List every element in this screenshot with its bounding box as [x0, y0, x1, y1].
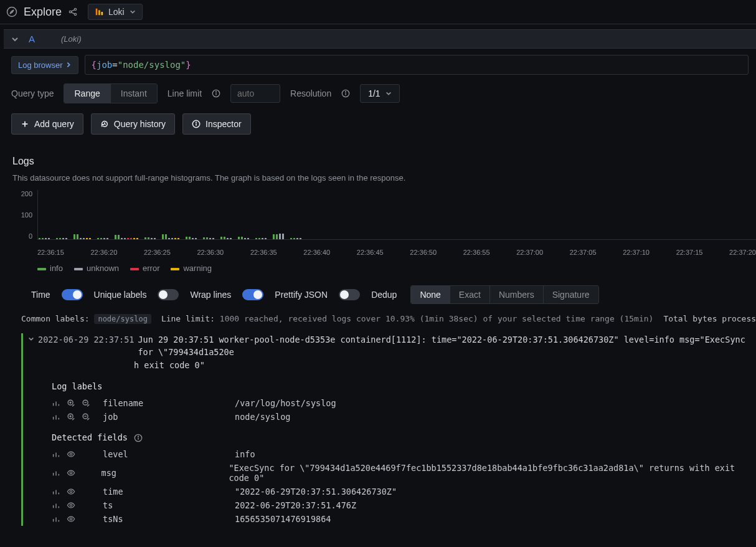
query-type-instant[interactable]: Instant: [110, 84, 157, 103]
wrap-lines-label: Wrap lines: [190, 290, 231, 300]
stats-icon[interactable]: [52, 487, 60, 496]
histogram-bar: [124, 238, 126, 239]
stats-icon[interactable]: [52, 450, 60, 459]
query-type-segment: Range Instant: [64, 83, 157, 103]
field-value: 2022-06-29T20:37:51.476Z: [235, 500, 356, 510]
time-toggle[interactable]: [62, 289, 83, 300]
log-message-continuation: h exit code 0": [28, 359, 756, 371]
histogram-bar: [238, 237, 240, 239]
stats-icon[interactable]: [52, 399, 60, 407]
svg-rect-7: [96, 9, 98, 16]
legend-item[interactable]: info: [37, 264, 63, 273]
eye-icon[interactable]: [67, 501, 75, 510]
chevron-right-icon: [65, 62, 72, 68]
svg-line-5: [71, 10, 74, 12]
field-row: levelinfo: [52, 447, 756, 461]
unique-labels-toggle[interactable]: [158, 289, 179, 300]
topbar: Explore Loki: [0, 0, 756, 24]
filter-for-icon[interactable]: [67, 399, 75, 407]
eye-icon[interactable]: [67, 450, 75, 459]
plus-icon: [21, 120, 29, 128]
svg-line-6: [71, 12, 74, 14]
dedup-segment: NoneExactNumbersSignature: [410, 285, 598, 304]
info-icon: [192, 120, 201, 128]
stats-icon[interactable]: [52, 469, 60, 477]
dedup-exact[interactable]: Exact: [450, 286, 489, 303]
info-icon[interactable]: [134, 434, 143, 442]
chart-plot: [37, 190, 756, 240]
histogram-bar: [118, 235, 120, 239]
legend-item[interactable]: unknown: [74, 264, 119, 273]
share-icon[interactable]: [68, 7, 78, 17]
stats-icon[interactable]: [52, 515, 60, 523]
filter-for-icon[interactable]: [67, 412, 75, 421]
chevron-down-icon[interactable]: [28, 336, 34, 342]
histogram-bar: [296, 238, 298, 239]
log-entry: 2022-06-29 22:37:51 Jun 29 20:37:51 work…: [21, 333, 756, 526]
svg-line-39: [87, 418, 89, 420]
filter-out-icon[interactable]: [82, 412, 90, 421]
dedup-none[interactable]: None: [411, 286, 449, 303]
chevron-down-icon[interactable]: [11, 36, 19, 43]
log-line[interactable]: 2022-06-29 22:37:51 Jun 29 20:37:51 work…: [28, 333, 756, 359]
histogram-bar: [127, 238, 129, 239]
inspector-button[interactable]: Inspector: [182, 113, 251, 135]
log-timestamp: 2022-06-29 22:37:51: [38, 333, 134, 359]
histogram-bar: [106, 238, 108, 239]
query-expression-input[interactable]: {job="node/syslog"}: [85, 55, 749, 75]
query-type-range[interactable]: Range: [64, 84, 110, 103]
log-browser-button[interactable]: Log browser: [11, 56, 78, 74]
histogram-bar: [224, 237, 225, 239]
query-header[interactable]: A (Loki): [4, 29, 756, 49]
field-row: tsNs1656535071476919864: [52, 512, 756, 526]
histogram-bar: [290, 238, 292, 239]
svg-line-35: [72, 418, 74, 420]
histogram-bar: [177, 238, 179, 239]
histogram-bar: [121, 238, 123, 239]
stats-icon[interactable]: [52, 412, 60, 421]
histogram-bar: [276, 234, 278, 239]
histogram-bar: [42, 238, 44, 239]
histogram-bar: [86, 238, 88, 239]
histogram-bar: [273, 234, 275, 239]
stats-icon[interactable]: [52, 501, 60, 510]
prettify-json-toggle[interactable]: [339, 289, 360, 300]
resolution-select[interactable]: 1/1: [360, 84, 399, 103]
histogram-bar: [265, 238, 267, 239]
info-icon[interactable]: [341, 89, 350, 98]
histogram-bar: [230, 238, 232, 239]
loki-icon: [95, 7, 103, 16]
legend-item[interactable]: error: [130, 264, 159, 273]
query-history-button[interactable]: Query history: [91, 113, 175, 135]
histogram-bar: [165, 234, 167, 239]
eye-icon[interactable]: [67, 487, 75, 496]
query-ds-name: (Loki): [61, 34, 82, 44]
histogram-bar: [241, 237, 243, 239]
label-value: /var/log/host/syslog: [235, 398, 336, 408]
datasource-name: Loki: [108, 7, 125, 17]
logs-title: Logs: [12, 156, 756, 167]
dedup-numbers[interactable]: Numbers: [489, 286, 543, 303]
histogram-bar: [162, 234, 164, 239]
histogram-bar: [65, 238, 67, 239]
legend-item[interactable]: warning: [171, 264, 212, 273]
eye-icon[interactable]: [67, 515, 75, 523]
detected-fields-title: Detected fields: [52, 432, 756, 442]
line-limit-input[interactable]: [230, 84, 280, 103]
common-label-chip: node/syslog: [94, 314, 151, 324]
label-row: jobnode/syslog: [52, 410, 756, 424]
dedup-signature[interactable]: Signature: [543, 286, 598, 303]
field-row: time"2022-06-29T20:37:51.306426730Z": [52, 485, 756, 498]
info-icon[interactable]: [212, 89, 220, 98]
wrap-lines-toggle[interactable]: [242, 289, 263, 300]
histogram-bar: [39, 238, 40, 239]
histogram-chart[interactable]: 2001000 22:36:1522:36:2022:36:2522:36:30…: [12, 190, 756, 250]
svg-line-25: [72, 404, 74, 406]
filter-out-icon[interactable]: [82, 399, 90, 407]
histogram-bar: [255, 238, 257, 239]
query-row: Log browser {job="node/syslog"}: [4, 49, 756, 81]
histogram-bar: [195, 238, 197, 239]
add-query-button[interactable]: Add query: [11, 113, 83, 135]
datasource-picker[interactable]: Loki: [88, 4, 143, 20]
eye-icon[interactable]: [67, 469, 75, 477]
